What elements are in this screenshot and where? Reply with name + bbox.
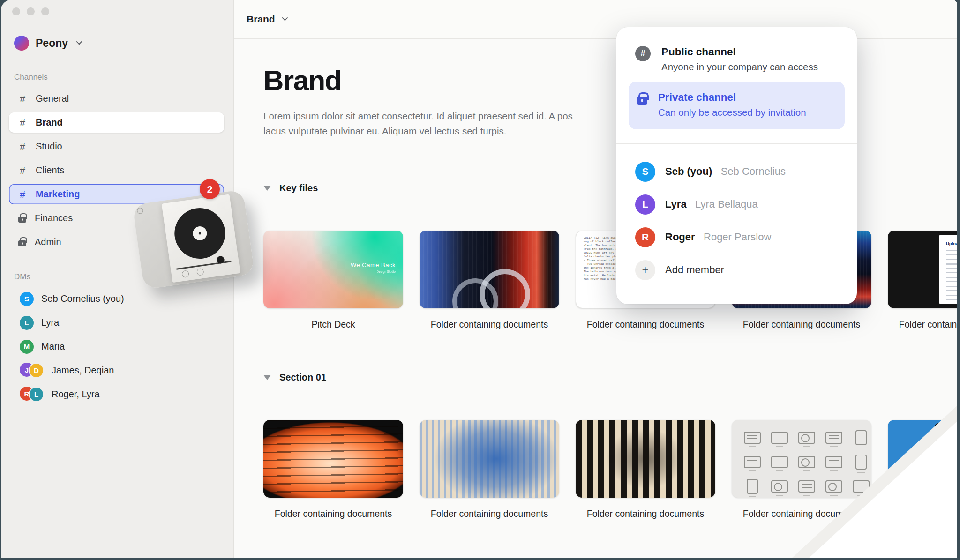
dm-label: Maria <box>41 341 65 352</box>
channel-label: Brand <box>36 117 63 128</box>
section-label: Section 01 <box>279 372 326 383</box>
device-icon <box>855 430 867 445</box>
device-icon <box>798 432 815 444</box>
folder-card[interactable]: Folder containing documents <box>576 420 715 519</box>
turntable-faceplate <box>162 194 240 283</box>
folder-thumbnail <box>888 420 957 498</box>
folder-thumbnail <box>576 420 715 498</box>
channel-label: General <box>36 93 69 104</box>
traffic-light-close[interactable] <box>12 7 20 15</box>
chevron-down-icon <box>76 38 82 45</box>
dm-item-lyra[interactable]: L Lyra <box>9 313 224 333</box>
dm-item-roger-lyra[interactable]: R L Roger, Lyra <box>9 384 224 404</box>
member-full-name: Lyra Bellaqua <box>695 198 758 210</box>
lock-icon <box>18 240 26 246</box>
channel-label: Marketing <box>36 189 80 200</box>
breadcrumb[interactable]: Brand <box>247 14 275 25</box>
dm-item-maria[interactable]: M Maria <box>9 336 224 357</box>
folder-thumbnail <box>732 420 871 498</box>
section-01-row: Folder containing documents Folder conta… <box>263 420 957 519</box>
turntable-knob <box>181 270 189 278</box>
dm-list: S Seb Cornelius (you) L Lyra M Maria J D… <box>1 289 233 408</box>
device-icon <box>798 480 815 493</box>
chevron-down-icon[interactable] <box>282 15 288 21</box>
channel-label: Studio <box>36 141 62 152</box>
file-card-label: Folder containing documents <box>576 508 715 519</box>
file-card-label: Pitch Deck <box>263 319 403 330</box>
member-full-name: Seb Cornelius <box>721 165 786 177</box>
device-icon <box>771 432 788 444</box>
option-title: Private channel <box>658 90 806 105</box>
member-name: Seb (you) <box>665 165 712 177</box>
folder-thumbnail <box>263 420 403 498</box>
member-name: Lyra <box>665 198 687 210</box>
folder-card[interactable]: Uploaded Agreement Folder containing doc… <box>888 231 957 330</box>
file-card-label: Folder containing documents <box>263 508 403 519</box>
member-row-roger[interactable]: R Roger Roger Parslow <box>635 221 838 254</box>
collapse-triangle-icon <box>263 375 271 380</box>
dm-item-james-deqian[interactable]: J D James, Deqian <box>9 360 224 381</box>
dm-label: James, Deqian <box>52 365 114 376</box>
option-private-channel[interactable]: Private channel Can only be accessed by … <box>629 82 845 129</box>
option-title: Public channel <box>661 45 818 59</box>
file-thumbnail: We Came Back Design Studio <box>263 231 403 308</box>
avatar-pair: J D <box>20 363 44 378</box>
folder-card[interactable]: Folder containing documents <box>420 420 559 519</box>
member-name: Roger <box>665 231 695 243</box>
sidebar-item-studio[interactable]: # Studio <box>9 136 224 157</box>
folder-thumbnail <box>420 420 559 498</box>
dms-section-label: DMs <box>14 272 30 282</box>
device-icon <box>747 479 758 494</box>
option-subtitle: Anyone in your company can access <box>661 60 818 74</box>
hash-icon: # <box>18 165 27 176</box>
file-card-label: Folder containing documents <box>420 319 559 330</box>
device-icon <box>825 456 842 468</box>
member-full-name: Roger Parslow <box>704 231 771 243</box>
avatar: L <box>20 316 34 330</box>
device-icon <box>744 432 761 444</box>
vinyl-record <box>171 205 228 262</box>
document-title: Uploaded Agreement <box>946 241 957 246</box>
folder-thumbnail: Uploaded Agreement <box>888 231 957 308</box>
member-row-lyra[interactable]: L Lyra Lyra Bellaqua <box>635 188 838 221</box>
traffic-light-zoom[interactable] <box>41 7 49 15</box>
hash-icon: # <box>18 117 27 128</box>
avatar: S <box>20 292 34 306</box>
device-icon <box>825 432 842 444</box>
dm-label: Roger, Lyra <box>52 389 100 400</box>
device-icon <box>855 455 867 470</box>
avatar: S <box>635 162 655 182</box>
dm-label: Seb Cornelius (you) <box>41 293 124 304</box>
file-card-label: Folder containing documents <box>420 508 559 519</box>
folder-card[interactable]: Folder containing documents <box>420 231 559 330</box>
workspace-switcher[interactable]: Peony <box>14 36 81 51</box>
dm-item-seb[interactable]: S Seb Cornelius (you) <box>9 289 224 309</box>
file-card-label: Folder containing documents <box>576 319 715 330</box>
workspace-avatar <box>14 36 29 51</box>
traffic-light-minimize[interactable] <box>27 7 35 15</box>
file-card-label: Folder containing documents <box>732 508 871 519</box>
tonearm <box>176 261 231 269</box>
file-card-label: Folder containing documents <box>888 508 957 519</box>
sidebar-item-general[interactable]: # General <box>9 89 224 109</box>
folder-thumbnail <box>420 231 559 308</box>
folder-card[interactable]: Folder containing documents <box>732 420 871 519</box>
hash-icon: # <box>18 141 27 152</box>
section-header-section-01[interactable]: Section 01 <box>263 372 957 383</box>
file-card-pitch-deck[interactable]: We Came Back Design Studio Pitch Deck <box>263 231 403 330</box>
option-public-channel[interactable]: # Public channel Anyone in your company … <box>635 45 838 74</box>
hash-icon: # <box>18 93 27 105</box>
section-divider <box>263 391 957 391</box>
card-fold <box>888 476 944 498</box>
folder-card[interactable]: Folder containing documents <box>263 420 403 519</box>
sidebar-item-brand[interactable]: # Brand <box>9 112 224 133</box>
member-row-seb[interactable]: S Seb (you) Seb Cornelius <box>635 155 838 188</box>
add-member-button[interactable]: + Add member <box>635 254 838 286</box>
folder-card[interactable]: Folder containing documents <box>888 420 957 519</box>
device-icon <box>798 456 815 468</box>
avatar: L <box>635 194 655 215</box>
sidebar-item-clients[interactable]: # Clients <box>9 160 224 180</box>
file-card-label: Folder containing documents <box>732 319 871 330</box>
add-member-label: Add member <box>665 264 724 276</box>
lock-icon <box>637 97 647 105</box>
